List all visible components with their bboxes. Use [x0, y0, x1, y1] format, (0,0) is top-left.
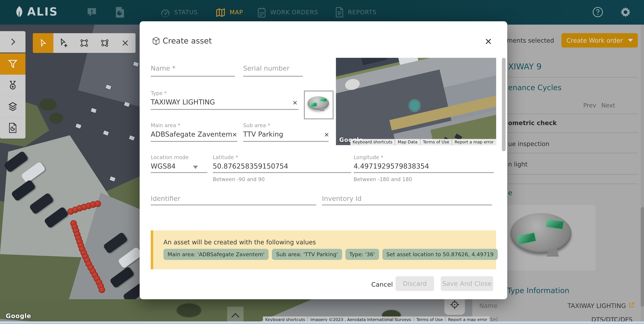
latitude-value[interactable]: 50.876258359150754	[213, 162, 288, 170]
clear-main-area-icon[interactable]: ✕	[232, 131, 237, 139]
taxiway-light-thumb	[308, 96, 329, 114]
type-value[interactable]: TAXIWAY LIGHTING	[151, 98, 215, 106]
app-logo[interactable]: ALIS	[14, 5, 58, 18]
main-area-underline	[151, 141, 237, 142]
location-mode-caret-icon[interactable]	[193, 165, 198, 169]
summary-chip: Sub area: 'TTV Parking'	[272, 249, 342, 260]
clear-type-icon[interactable]: ✕	[292, 99, 298, 107]
attribution-link[interactable]: Keyboard shortcuts	[350, 139, 395, 145]
close-icon[interactable]: ✕	[483, 36, 494, 47]
main-area-label: Main area *	[151, 122, 180, 128]
clear-sub-area-icon[interactable]: ✕	[324, 131, 329, 139]
serial-underline	[243, 76, 302, 77]
longitude-helper: Between -180 and 180	[354, 176, 412, 182]
attribution-link[interactable]: Terms of Use	[420, 139, 452, 145]
save-and-close-button[interactable]: Save And Close	[441, 276, 493, 291]
google-watermark: Google	[6, 312, 31, 320]
clear-selection-tool-button[interactable]	[115, 33, 136, 53]
badge-tool-button[interactable]	[0, 75, 26, 96]
tab-work-orders[interactable]: WORK ORDERS	[257, 0, 318, 25]
settings-gear-icon[interactable]	[619, 6, 632, 18]
tab-status[interactable]: STATUS	[160, 0, 198, 25]
attribution-link[interactable]: Map Data	[395, 139, 420, 145]
taxiway-light-photo	[510, 213, 571, 264]
polygon-select-tool-button[interactable]	[94, 33, 115, 53]
tree	[176, 303, 201, 317]
tab-map[interactable]: MAP	[215, 0, 243, 25]
preview-attribution[interactable]: Keyboard shortcutsMap DataTerms of UseRe…	[350, 139, 496, 145]
section2-heading-fragment: e	[508, 189, 512, 197]
map-selection-toolbar	[33, 33, 136, 53]
name-label: Name	[479, 302, 498, 310]
cycle-row-fragment[interactable]: ometric check	[508, 119, 557, 127]
brand-name: ALIS	[27, 5, 58, 18]
modal-title: Create asset	[162, 36, 212, 45]
cube-icon	[152, 36, 160, 46]
layers-tool-button[interactable]	[0, 96, 26, 117]
select-tool-button[interactable]	[33, 33, 54, 53]
horizontal-scrollbar[interactable]	[0, 322, 644, 324]
panel-title-fragment: XIWAY 9	[508, 61, 542, 71]
create-asset-modal: Create asset ✕ Name * Serial number Type…	[140, 21, 507, 299]
top-nav: ALIS STATUS MAP WORK ORDERS	[0, 0, 644, 25]
type-thumbnail	[304, 91, 334, 119]
tab-map-label: MAP	[230, 9, 243, 16]
external-link-icon[interactable]	[628, 302, 635, 309]
longitude-value[interactable]: 4.4971929579838354	[354, 162, 429, 170]
report-tool-button[interactable]	[0, 117, 26, 139]
rectangle-select-tool-button[interactable]	[74, 33, 94, 53]
left-toolbar	[0, 31, 26, 139]
cycle-row-fragment[interactable]: n light	[508, 161, 528, 168]
longitude-label: Longitude *	[354, 154, 384, 160]
inventory-id-underline	[322, 204, 492, 205]
sub-area-value[interactable]: TTV Parking	[243, 130, 283, 138]
tab-reports[interactable]: REPORTS	[335, 0, 376, 25]
type-underline	[151, 109, 298, 110]
location-map-preview[interactable]: Google Keyboard shortcutsMap DataTerms o…	[336, 58, 496, 145]
leaf-logo-icon	[14, 5, 25, 18]
cancel-button[interactable]: Cancel	[366, 278, 399, 292]
longitude-underline	[354, 172, 494, 173]
sub-area-underline	[243, 141, 328, 142]
identifier-field[interactable]: Identifier	[151, 195, 180, 203]
work-orders-icon	[257, 7, 266, 18]
asset-location-marker	[409, 100, 420, 111]
expand-sidebar-button[interactable]	[0, 31, 26, 52]
type-label: Type *	[151, 90, 166, 96]
filter-tool-button[interactable]	[0, 53, 26, 75]
discard-button[interactable]: Discard	[396, 276, 434, 291]
notifications-icon[interactable]	[86, 7, 97, 18]
map-icon	[215, 7, 226, 17]
panel-scrollbar[interactable]	[641, 25, 644, 324]
summary-chip: Type: '36'	[345, 249, 379, 260]
name-field[interactable]: Name *	[151, 64, 176, 72]
alis-app: ALIS STATUS MAP WORK ORDERS	[0, 0, 644, 324]
help-icon[interactable]	[592, 6, 604, 18]
latitude-underline	[213, 172, 351, 173]
location-mode-value[interactable]: WGS84	[151, 162, 176, 170]
serial-number-field[interactable]: Serial number	[243, 64, 290, 72]
reports-icon	[335, 7, 344, 18]
report-summary-icon[interactable]	[115, 7, 125, 18]
create-work-order-button[interactable]: Create Work order	[562, 33, 638, 47]
latitude-label: Latitude *	[213, 154, 238, 160]
main-area-value[interactable]: ADBSafegate Zaventem	[151, 130, 232, 138]
name-underline	[151, 76, 235, 77]
creation-summary-notice: An asset will be created with the follow…	[151, 230, 496, 269]
attribution-link[interactable]: Report a map error	[452, 139, 496, 145]
summary-chip: Main area: 'ADBSafegate Zaventem'	[164, 249, 268, 260]
location-mode-label: Location mode	[151, 154, 189, 160]
summary-chip: Set asset location to 50.87626, 4.49719	[382, 249, 498, 260]
tab-reports-label: REPORTS	[348, 9, 376, 16]
notice-title: An asset will be created with the follow…	[164, 239, 316, 246]
asset-dot[interactable]	[94, 200, 101, 207]
modal-scrollbar-thumb[interactable]	[502, 58, 506, 151]
prev-link[interactable]: Prev	[583, 102, 596, 109]
cycle-row-fragment[interactable]: ue inspection	[508, 140, 549, 148]
add-to-selection-tool-button[interactable]	[54, 33, 74, 53]
notice-chips: Main area: 'ADBSafegate Zaventem'Sub are…	[164, 249, 501, 260]
next-link[interactable]: Next	[601, 102, 615, 109]
type-information-heading: Type Information	[507, 286, 569, 295]
inventory-id-field[interactable]: Inventory Id	[322, 195, 362, 203]
asset-dot[interactable]	[98, 287, 105, 293]
